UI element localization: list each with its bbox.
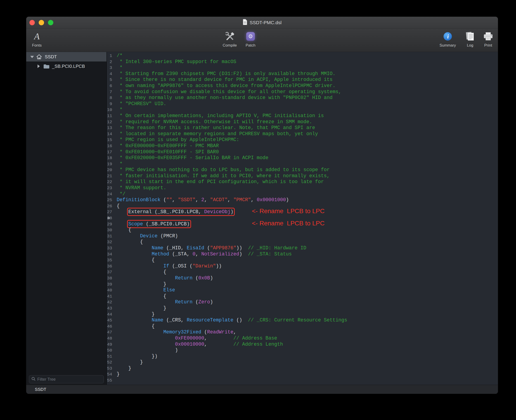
filter-tree-input[interactable] [37, 377, 101, 382]
code-line: 7 * To avoid confusion we disable this d… [107, 89, 498, 95]
line-number: 23 [107, 185, 117, 191]
print-button[interactable]: Print [479, 30, 498, 48]
line-number: 16 [107, 143, 117, 149]
code-line: 1/* [107, 53, 498, 59]
line-number: 6 [107, 83, 117, 89]
log-label: Log [467, 43, 473, 48]
line-number: 26 [107, 203, 117, 209]
line-number: 34 [107, 251, 117, 257]
line-number: 33 [107, 245, 117, 251]
code-line: 37 { [107, 269, 498, 275]
code-line: 6 * own naming "APP9876" to access this … [107, 83, 498, 89]
code-line: 14 * located in separate memory regions … [107, 131, 498, 137]
minimize-button[interactable] [39, 20, 44, 25]
code-line: 16 * 0xFE000000~0xFE00FFFF - PMC MBAR [107, 143, 498, 149]
sidebar-item-label: SSDT [45, 54, 57, 60]
code-line: 8 * as they normally use another non-sta… [107, 95, 498, 101]
line-number: 5 [107, 77, 117, 83]
folder-icon [43, 64, 50, 70]
code-line: 53 } [107, 365, 498, 371]
line-number: 46 [107, 323, 117, 330]
close-button[interactable] [29, 20, 35, 25]
line-number: 50 [107, 347, 117, 353]
line-number: 54 [107, 371, 117, 377]
annotation-text: <- Rename LPCB to LPC [252, 208, 325, 214]
fonts-label: Fonts [32, 43, 42, 48]
code-line: 55 [107, 377, 498, 383]
log-button[interactable]: Log [461, 30, 480, 48]
code-line: 25DefinitionBlock ("", "SSDT", 2, "ACDT"… [107, 197, 498, 203]
home-icon [36, 54, 42, 60]
code-line: 54} [107, 371, 498, 377]
line-number: 9 [107, 101, 117, 107]
line-number: 32 [107, 239, 117, 245]
code-line: 36 If (_OSI ("Darwin")) [107, 263, 498, 269]
print-label: Print [484, 43, 492, 48]
line-number: 20 [107, 167, 117, 173]
line-number: 29 [107, 221, 117, 227]
code-line: 20 * PMC device has nothing to do to LPC… [107, 167, 498, 173]
line-number: 14 [107, 131, 117, 137]
document-icon [243, 19, 247, 26]
code-line: 32 { [107, 239, 498, 245]
filter-tree-box [29, 375, 104, 383]
line-number: 2 [107, 59, 117, 65]
line-number: 43 [107, 305, 117, 312]
line-number: 40 [107, 287, 117, 293]
code-line: 50 ) [107, 347, 498, 353]
code-line: 23 * NVRAM support. [107, 185, 498, 191]
summary-button[interactable]: i Summary [438, 30, 457, 48]
line-number: 47 [107, 329, 117, 336]
zoom-button[interactable] [48, 20, 53, 25]
compile-button[interactable]: Compile [220, 30, 239, 48]
line-number: 10 [107, 107, 117, 113]
title-bar[interactable]: SSDT-PMC.dsl [26, 17, 498, 29]
patch-button[interactable]: ⚙ Patch [241, 30, 260, 48]
line-number: 45 [107, 317, 117, 323]
code-line: 11 * On certain implementations, includi… [107, 113, 498, 119]
code-line: 35 { [107, 257, 498, 263]
line-number: 19 [107, 161, 117, 167]
code-editor[interactable]: 1/*2 * Intel 300-series PMC support for … [107, 52, 498, 385]
line-number: 41 [107, 293, 117, 300]
line-number: 27 [107, 209, 117, 215]
compile-tools-icon [225, 30, 235, 43]
fonts-button[interactable]: A Fonts [27, 30, 46, 48]
line-number: 52 [107, 360, 117, 366]
line-number: 13 [107, 125, 117, 131]
line-number: 8 [107, 95, 117, 101]
code-line: 38 Return (0x0B) [107, 275, 498, 281]
code-line: 3 * [107, 65, 498, 71]
code-line: 43 } [107, 305, 498, 311]
line-number: 1 [107, 53, 117, 59]
line-number: 17 [107, 149, 117, 155]
code-line: 9 * "PCHRESV" UID. [107, 101, 498, 107]
status-text: SSDT [35, 387, 46, 392]
code-line: 21 * faster initialisation. If we add it… [107, 173, 498, 179]
disclosure-triangle-right-icon[interactable] [38, 64, 40, 68]
line-number: 3 [107, 65, 117, 71]
code-line: 24 */ [107, 191, 498, 197]
code-line: 45 Name (_CRS, ResourceTemplate () // _C… [107, 317, 498, 323]
patch-icon: ⚙ [246, 32, 255, 41]
disclosure-triangle-down-icon[interactable] [30, 56, 34, 58]
sidebar: SSDT _SB.PCI0.LPCB [26, 52, 107, 385]
line-number: 53 [107, 366, 117, 372]
line-number: 42 [107, 299, 117, 305]
code-line: 12 * required for NVRAM access. Otherwis… [107, 119, 498, 125]
status-bar: SSDT [26, 385, 498, 394]
toolbar: A Fonts Compile ⚙ Patch [26, 29, 498, 52]
code-line: 2 * Intel 300-series PMC support for mac… [107, 59, 498, 65]
annotation-text: <- Rename LPCB to LPC [252, 220, 325, 226]
sidebar-item-sb-pci0-lpcb[interactable]: _SB.PCI0.LPCB [26, 61, 106, 71]
code-line: 49 0x00010000, // Address Length [107, 341, 498, 347]
window-title: SSDT-PMC.dsl [250, 20, 281, 25]
sidebar-item-ssdt[interactable]: SSDT [26, 52, 106, 61]
code-line: 29 Scope (_SB.PCI0.LPCB)<- Rename LPCB t… [107, 221, 498, 227]
code-line: 30 { [107, 227, 498, 233]
line-number: 12 [107, 119, 117, 125]
line-number: 18 [107, 155, 117, 161]
line-number: 31 [107, 233, 117, 239]
code-line: 44 } [107, 311, 498, 317]
line-number: 15 [107, 137, 117, 143]
